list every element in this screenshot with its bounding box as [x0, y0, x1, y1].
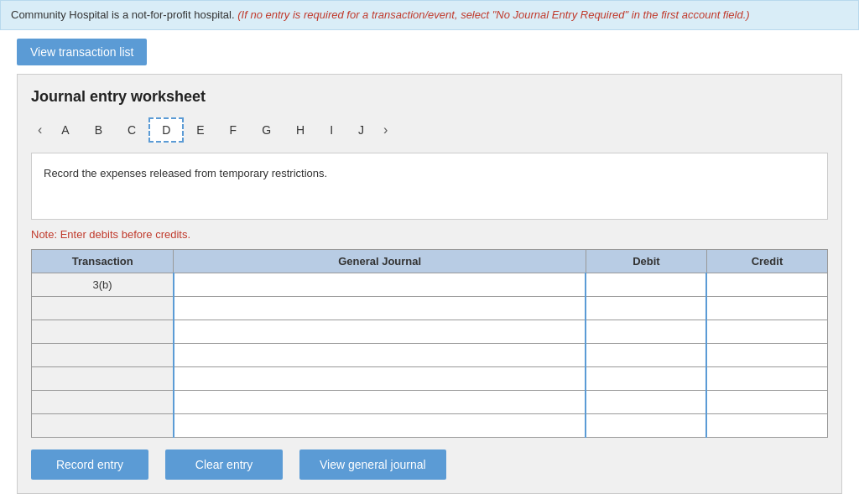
general-journal-cell[interactable] [174, 367, 586, 391]
worksheet-title: Journal entry worksheet [31, 88, 828, 106]
instruction-text: Record the expenses released from tempor… [44, 167, 327, 179]
general-journal-input[interactable] [174, 367, 585, 390]
notice-text: Community Hospital is a not-for-profit h… [11, 8, 235, 21]
debit-cell[interactable] [586, 367, 706, 391]
tab-j[interactable]: J [346, 118, 377, 142]
view-general-journal-button[interactable]: View general journal [299, 449, 446, 480]
tab-i[interactable]: I [317, 118, 346, 142]
header-credit: Credit [706, 250, 827, 273]
credit-input[interactable] [707, 273, 827, 296]
note-text: Note: Enter debits before credits. [31, 228, 828, 241]
table-row [32, 297, 828, 320]
credit-cell[interactable] [706, 320, 827, 344]
tab-c[interactable]: C [115, 118, 148, 142]
tab-e[interactable]: E [184, 118, 216, 142]
debit-input[interactable] [586, 344, 705, 366]
general-journal-cell[interactable] [174, 273, 586, 297]
table-row [32, 391, 828, 414]
debit-cell[interactable] [586, 320, 706, 344]
debit-cell[interactable] [586, 414, 706, 438]
transaction-cell [32, 391, 174, 414]
notice-highlight: (If no entry is required for a transacti… [237, 8, 749, 21]
general-journal-cell[interactable] [174, 297, 586, 320]
header-transaction: Transaction [32, 250, 174, 273]
general-journal-cell[interactable] [174, 391, 586, 414]
transaction-cell [32, 414, 174, 438]
top-notice: Community Hospital is a not-for-profit h… [0, 0, 859, 30]
tab-prev-arrow[interactable]: ‹ [31, 119, 49, 141]
button-row: Record entry Clear entry View general jo… [31, 449, 828, 480]
credit-input[interactable] [707, 391, 827, 413]
general-journal-input[interactable] [174, 391, 585, 413]
transaction-cell [32, 344, 174, 367]
debit-input[interactable] [586, 414, 705, 437]
credit-cell[interactable] [706, 273, 827, 297]
tab-h[interactable]: H [284, 118, 317, 142]
debit-cell[interactable] [586, 297, 706, 320]
table-row: 3(b) [32, 273, 828, 297]
transaction-cell [32, 297, 174, 320]
general-journal-input[interactable] [174, 297, 585, 320]
worksheet-container: Journal entry worksheet ‹ A B C D E F G … [17, 74, 842, 494]
table-row [32, 367, 828, 391]
general-journal-cell[interactable] [174, 344, 586, 367]
instruction-box: Record the expenses released from tempor… [31, 153, 828, 220]
clear-entry-button[interactable]: Clear entry [165, 449, 283, 480]
debit-input[interactable] [586, 297, 705, 320]
debit-cell[interactable] [586, 391, 706, 414]
table-row [32, 414, 828, 438]
general-journal-input[interactable] [174, 273, 585, 296]
tab-d[interactable]: D [148, 117, 184, 143]
debit-input[interactable] [586, 320, 705, 343]
credit-input[interactable] [707, 297, 827, 320]
credit-cell[interactable] [706, 391, 827, 414]
transaction-cell [32, 320, 174, 344]
general-journal-cell[interactable] [174, 414, 586, 438]
header-debit: Debit [586, 250, 706, 273]
general-journal-input[interactable] [174, 414, 585, 437]
journal-table: Transaction General Journal Debit Credit… [31, 249, 828, 438]
general-journal-cell[interactable] [174, 320, 586, 344]
credit-input[interactable] [707, 344, 827, 366]
transaction-cell [32, 367, 174, 391]
tab-nav: ‹ A B C D E F G H I J › [31, 117, 828, 143]
table-row [32, 344, 828, 367]
general-journal-input[interactable] [174, 344, 585, 366]
debit-cell[interactable] [586, 344, 706, 367]
table-row [32, 320, 828, 344]
tab-a[interactable]: A [49, 118, 81, 142]
credit-cell[interactable] [706, 414, 827, 438]
tab-g[interactable]: G [249, 118, 284, 142]
debit-input[interactable] [586, 273, 705, 296]
credit-cell[interactable] [706, 344, 827, 367]
transaction-cell: 3(b) [32, 273, 174, 297]
credit-input[interactable] [707, 320, 827, 343]
header-general-journal: General Journal [174, 250, 586, 273]
general-journal-input[interactable] [174, 320, 585, 343]
record-entry-button[interactable]: Record entry [31, 449, 148, 480]
debit-input[interactable] [586, 367, 705, 390]
debit-input[interactable] [586, 391, 705, 413]
credit-cell[interactable] [706, 297, 827, 320]
view-transaction-button[interactable]: View transaction list [17, 39, 147, 65]
debit-cell[interactable] [586, 273, 706, 297]
tab-next-arrow[interactable]: › [377, 119, 394, 141]
credit-input[interactable] [707, 414, 827, 437]
credit-cell[interactable] [706, 367, 827, 391]
tab-b[interactable]: B [82, 118, 115, 142]
tab-f[interactable]: F [217, 118, 250, 142]
credit-input[interactable] [707, 367, 827, 390]
